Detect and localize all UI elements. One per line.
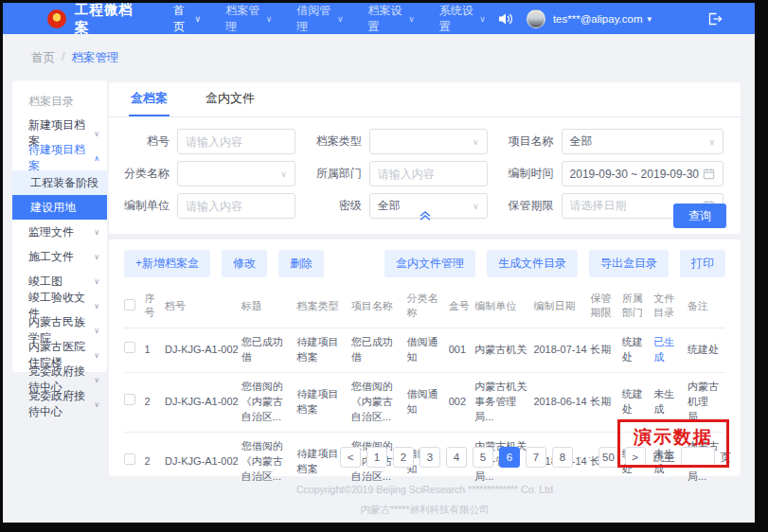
page-button-7[interactable]: 7	[526, 447, 546, 468]
nav-item-system-settings[interactable]: 系统设置∨	[427, 3, 498, 35]
col-file-catalog: 文件目录	[653, 286, 688, 328]
copyright-line: Ccopyright©2019 Beijing SciResearch ****…	[109, 484, 741, 495]
chevron-down-icon: ∨	[94, 228, 99, 237]
tab-box-archive[interactable]: 盒档案	[129, 82, 170, 116]
catalog-generated-link[interactable]: 已生成	[653, 328, 688, 373]
page-button-1[interactable]: 1	[366, 447, 387, 468]
doc-number-input[interactable]	[177, 129, 295, 154]
table-row[interactable]: 1 DJ-KJG-A1-002 您已成功借 待建项目档案 您已成功借 借阅通知 …	[124, 328, 724, 373]
chevron-down-icon: ∨	[94, 302, 99, 310]
toolbar-right-group: 盒内文件管理 生成文件目录 导出盒目录 打印	[384, 250, 725, 277]
project-name-select[interactable]: 全部∨	[562, 129, 723, 154]
search-panel: 盒档案 盒内文件 档号 档案类型 ∨ 项目名称 全部∨ 分类名称 ∨ 所属部门	[109, 82, 741, 234]
nav-item-borrow-mgmt[interactable]: 借阅管理∨	[284, 3, 355, 35]
sidebar-item-construction-land[interactable]: 建设用地	[12, 195, 107, 220]
app-title: 工程微档案	[75, 3, 140, 37]
page-button-4[interactable]: 4	[446, 447, 467, 468]
chevron-down-icon: ∨	[94, 376, 99, 384]
category-name-select[interactable]: ∨	[177, 161, 295, 186]
compile-unit-input[interactable]	[177, 193, 295, 219]
chevron-down-icon: ∨	[473, 202, 479, 211]
logout-icon[interactable]	[706, 11, 723, 27]
col-remark: 备注	[688, 286, 724, 328]
col-retention: 保管期限	[590, 286, 621, 328]
sidebar-item-construction-files[interactable]: 施工文件∨	[12, 244, 107, 269]
chevron-down-icon: ∨	[337, 14, 344, 24]
chevron-down-icon: ∨	[94, 327, 99, 335]
nav-item-archive-settings[interactable]: 档案设置∨	[356, 3, 427, 35]
page-button-6-active[interactable]: 6	[499, 447, 520, 468]
demo-data-annotation-text: 演示数据	[620, 425, 726, 450]
page-button-50[interactable]: 50	[598, 447, 619, 468]
field-project-name: 项目名称 全部∨	[497, 129, 723, 154]
breadcrumb-home[interactable]: 首页	[31, 50, 55, 66]
chevron-down-icon: ∨	[94, 253, 99, 261]
top-header-bar: ★ 工程微档案 首页∨ 档案管理∨ 借阅管理∨ 档案设置∨ 系统设置∨ tes*…	[3, 3, 755, 34]
col-category: 分类名称	[406, 286, 448, 328]
chevron-down-icon: ∨	[94, 400, 99, 409]
search-form: 档号 档案类型 ∨ 项目名称 全部∨ 分类名称 ∨ 所属部门 编制时间 2019	[109, 117, 741, 219]
print-button[interactable]: 打印	[680, 250, 725, 277]
pagination-ellipsis: ···	[579, 452, 593, 463]
main-nav: 首页∨ 档案管理∨ 借阅管理∨ 档案设置∨ 系统设置∨	[161, 3, 498, 35]
compile-time-daterange[interactable]: 2019-09-30 ~ 2019-09-30	[562, 161, 723, 186]
calendar-icon	[703, 168, 715, 180]
table-header-row: 序号 档号 标题 档案类型 项目名称 分类名称 盒号 编制单位 编制日期 保管期…	[124, 286, 724, 328]
sidebar-item-reception-center-2[interactable]: 党委政府接待中心∨	[12, 392, 107, 417]
chevron-up-icon: ∧	[94, 154, 99, 163]
speaker-icon[interactable]	[498, 12, 513, 26]
chevron-down-icon: ∨	[266, 14, 273, 24]
col-box-number: 盒号	[449, 286, 475, 328]
col-project-name: 项目名称	[351, 286, 407, 328]
prev-page-button[interactable]: <	[340, 447, 361, 468]
national-emblem-logo-icon: ★	[47, 9, 66, 28]
department-input[interactable]	[369, 161, 488, 186]
row-checkbox[interactable]	[124, 453, 135, 465]
col-title: 标题	[241, 286, 297, 328]
generate-catalog-button[interactable]: 生成文件目录	[487, 250, 578, 277]
row-checkbox[interactable]	[124, 394, 135, 405]
row-checkbox[interactable]	[124, 342, 135, 353]
field-secrecy-level: 密级 全部∨	[305, 193, 488, 219]
page-button-3[interactable]: 3	[420, 447, 440, 468]
chevron-down-icon: ∨	[708, 137, 715, 147]
chevron-down-icon: ∨	[408, 14, 415, 24]
nav-item-home[interactable]: 首页∨	[161, 3, 213, 35]
add-archive-box-button[interactable]: +新增档案盒	[124, 250, 210, 277]
sidebar-archive-tree: 档案目录 新建项目档案∨ 待建项目档案∧ 工程装备阶段 建设用地 监理文件∨ 施…	[12, 80, 107, 372]
user-avatar[interactable]	[527, 9, 545, 28]
edit-button[interactable]: 修改	[222, 250, 267, 277]
sidebar-title: 档案目录	[12, 94, 107, 110]
chevron-down-icon: ∨	[94, 130, 99, 138]
topbar-right: tes***@alipay.com ▾	[498, 9, 723, 28]
field-compile-time: 编制时间 2019-09-30 ~ 2019-09-30	[497, 161, 723, 186]
export-box-catalog-button[interactable]: 导出盒目录	[589, 250, 669, 277]
delete-button[interactable]: 删除	[278, 250, 324, 277]
breadcrumb-current: 档案管理	[71, 50, 118, 66]
query-button[interactable]: 查询	[673, 204, 726, 228]
sidebar-item-equipment-stage[interactable]: 工程装备阶段	[12, 170, 107, 195]
col-compile-unit: 编制单位	[474, 286, 533, 328]
page-button-8[interactable]: 8	[552, 447, 573, 468]
sidebar-item-supervision-files[interactable]: 监理文件∨	[12, 220, 107, 244]
collapse-search-icon[interactable]	[417, 208, 434, 226]
field-category-name: 分类名称 ∨	[113, 161, 295, 186]
field-compile-unit: 编制单位	[113, 193, 295, 219]
col-seq: 序号	[145, 286, 166, 328]
user-menu-caret-icon[interactable]: ▾	[647, 14, 652, 24]
sidebar-item-pending-project[interactable]: 待建项目档案∧	[12, 146, 107, 170]
breadcrumb: 首页 / 档案管理	[31, 50, 118, 66]
box-file-manage-button[interactable]: 盒内文件管理	[384, 250, 475, 277]
archive-type-select[interactable]: ∨	[369, 129, 488, 154]
page-footer: Ccopyright©2019 Beijing SciResearch ****…	[109, 484, 741, 517]
page-button-5[interactable]: 5	[473, 447, 493, 468]
col-department: 所属部门	[622, 286, 653, 328]
select-all-checkbox[interactable]	[124, 299, 135, 310]
tab-box-files[interactable]: 盒内文件	[204, 82, 257, 116]
user-email[interactable]: tes***@alipay.com	[553, 13, 643, 25]
chevron-down-icon: ∨	[479, 14, 486, 24]
breadcrumb-separator: /	[62, 50, 64, 66]
demo-data-annotation-box: 演示数据	[617, 419, 729, 468]
page-button-2[interactable]: 2	[393, 447, 414, 468]
nav-item-archive-mgmt[interactable]: 档案管理∨	[213, 3, 284, 35]
